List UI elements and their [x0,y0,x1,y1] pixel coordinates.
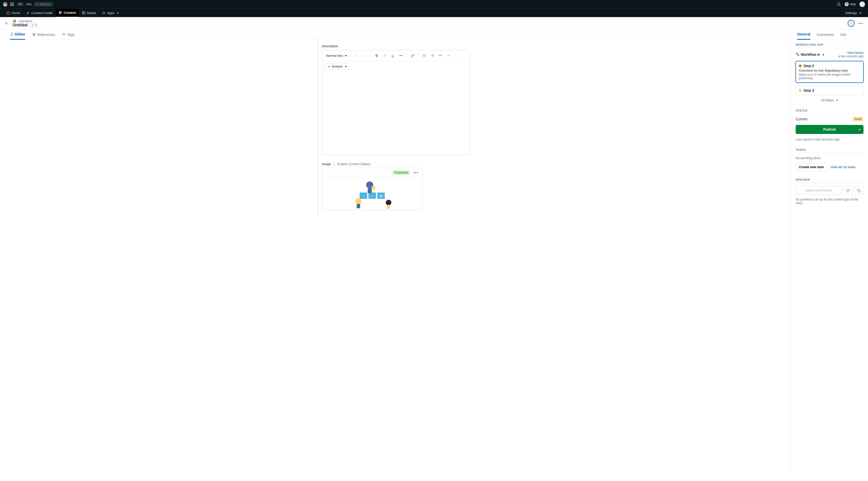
no-tasks-text: No pending tasks [796,156,864,160]
rich-text-editor: Normal text B I U ••• [322,50,470,155]
nav-apps[interactable]: Apps [99,8,122,17]
topbar: TE Amr master ? Help [0,0,868,8]
main-nav: Home Content model Content Media Apps Se… [0,8,868,17]
workflows-section: WORKFLOWS APP Workflow A View history a … [791,40,868,106]
tab-tags[interactable]: Tags [62,30,75,40]
left-tabs: Editor References Tags [0,30,791,40]
more-formatting-button[interactable]: ••• [398,52,404,59]
tab-info[interactable]: Info [840,30,846,40]
nav-media[interactable]: Media [79,8,99,17]
tasks-heading: TASKS [796,148,864,153]
text-style-label: Normal text [326,54,343,58]
undo-icon [355,54,359,57]
illustration-icon: ✓ ♪ ▣ [340,179,405,209]
branch-pill[interactable]: master [34,2,53,6]
contentful-logo[interactable] [3,2,7,6]
workflow-selector[interactable]: Workflow A [796,53,824,57]
svg-point-41 [355,198,362,204]
view-history-link[interactable]: View history [847,51,864,55]
italic-button[interactable]: I [381,52,388,59]
tag-icon [62,33,66,36]
ordered-list-button[interactable] [429,52,436,59]
view-tasks-link[interactable]: View all my tasks [831,165,856,169]
svg-point-12 [11,33,12,34]
hr-button[interactable] [445,52,452,59]
underline-button[interactable]: U [390,52,396,59]
nav-home-label: Home [11,11,20,15]
external-link-icon [846,189,850,192]
content-type-label: 🍏 - Ingredient [12,19,39,23]
incoming-links-chip[interactable]: 0 [30,23,39,27]
copy-preview-button[interactable] [855,186,864,195]
image-asset-card[interactable]: Published ••• [322,168,423,210]
active-user-avatar[interactable] [848,20,855,27]
tab-general[interactable]: General [797,30,810,40]
svg-point-10 [83,12,83,12]
create-task-button[interactable]: Create new task [796,163,827,171]
asset-actions-menu[interactable]: ••• [412,170,420,176]
chevron-down-icon [858,127,861,131]
step-name: Step 3 [803,88,814,92]
asset-status-badge: Published [393,170,410,175]
nav-home[interactable]: Home [3,8,23,17]
tab-editor-label: Editor [15,32,25,36]
step-name: Step 2 [803,64,814,68]
bold-button[interactable]: B [373,52,380,59]
preview-heading: PREVIEW [796,178,864,183]
nav-content-model[interactable]: Content model [23,8,56,17]
entry-actions-menu[interactable]: ••• [857,20,865,26]
content-icon [59,11,62,14]
text-style-selector[interactable]: Normal text [325,53,348,59]
workflow-icon [796,53,799,56]
rte-content-area[interactable] [322,72,470,155]
redo-icon [363,54,367,57]
svg-rect-8 [61,13,62,14]
open-external-button[interactable] [843,186,852,195]
branch-name: master [40,2,51,6]
help-button[interactable]: ? Help [845,2,856,6]
status-current-label: Current [796,117,807,121]
nav-settings[interactable]: Settings [842,8,865,17]
open-preview-button[interactable]: Open Live Preview [796,186,841,195]
nav-content-model-label: Content model [31,11,53,15]
publish-button[interactable]: Publish [796,125,864,134]
all-steps-toggle[interactable]: All Steps [796,98,864,102]
svg-rect-17 [34,35,35,36]
nav-media-label: Media [87,11,96,15]
svg-rect-40 [372,186,375,190]
quote-icon [439,54,442,57]
search-icon[interactable] [837,2,841,6]
embed-button[interactable]: Embed [325,63,350,70]
arrow-left-icon [5,21,9,25]
nav-content[interactable]: Content [56,8,79,17]
embed-label: Embed [332,65,342,68]
svg-rect-6 [61,11,62,12]
svg-line-50 [848,189,849,190]
undo-button[interactable] [353,52,360,59]
workflow-step-card[interactable]: Step 2Comment by Amr Elgeddawy (me)Make … [796,61,864,83]
step-comment-author: Comment by Amr Elgeddawy (me) [799,69,860,72]
redo-button[interactable] [362,52,368,59]
preview-note: No preview is set up for the content typ… [796,198,864,205]
hamburger-icon[interactable] [10,3,14,6]
back-button[interactable] [3,20,10,27]
link-icon [411,54,414,57]
history-timestamp: a few seconds ago [838,55,864,58]
link-button[interactable] [409,52,416,59]
svg-rect-51 [859,190,861,192]
workflow-name: Workflow A [801,53,820,57]
tab-comments[interactable]: Comments [817,30,834,40]
entry-header: 🍏 - Ingredient Untitled 0 ••• [0,17,868,30]
wrench-icon [26,11,30,14]
preview-section: PREVIEW Open Live Preview No preview is … [791,175,868,208]
svg-point-27 [423,55,424,56]
tab-references[interactable]: References [32,30,55,40]
bullet-list-button[interactable] [421,52,428,59]
tab-editor[interactable]: Editor [10,30,25,40]
quote-button[interactable] [437,52,444,59]
references-icon [32,33,36,36]
user-avatar[interactable] [860,1,865,7]
workflow-step-card[interactable]: Step 3 [796,86,864,95]
tasks-section: TASKS No pending tasks Create new task V… [791,145,868,175]
publish-label: Publish [823,127,836,131]
